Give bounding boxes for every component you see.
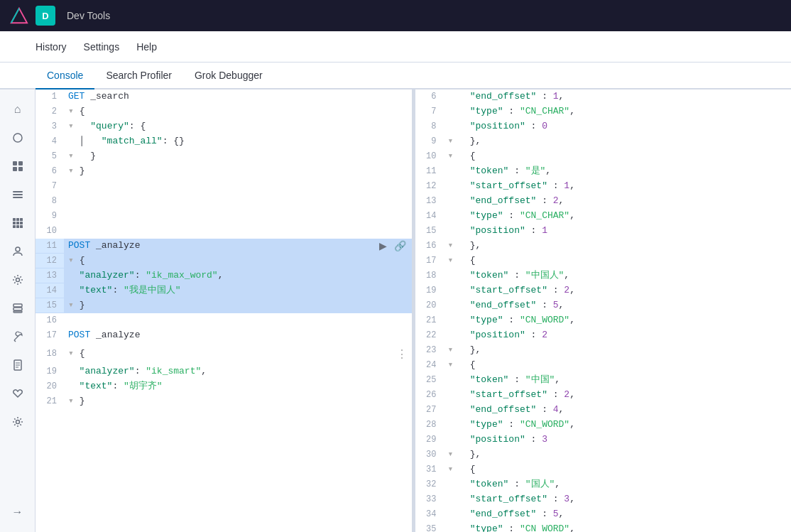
code-line-6: 6 ▾ } xyxy=(36,164,412,179)
gear-icon[interactable] xyxy=(6,268,29,291)
code-line-12: 12 ▾ { xyxy=(36,254,412,268)
nav-bar: History Settings Help xyxy=(0,31,791,63)
right-line-10: 10 ▾ { xyxy=(415,149,792,164)
code-line-19: 19 "analyzer": "ik_smart", xyxy=(36,364,412,379)
right-line-31: 31 ▾ { xyxy=(415,462,792,477)
svg-rect-8 xyxy=(13,218,16,221)
right-line-9: 9 ▾ }, xyxy=(415,134,792,149)
code-line-15: 15 ▾ } xyxy=(36,298,412,313)
circle-icon[interactable] xyxy=(6,126,29,149)
svg-rect-21 xyxy=(13,311,22,313)
grid-icon[interactable] xyxy=(6,212,29,234)
right-line-20: 20 "end_offset" : 5, xyxy=(415,298,792,313)
code-line-5: 5 ▾ } xyxy=(36,149,412,164)
right-line-12: 12 "start_offset" : 1, xyxy=(415,179,792,194)
code-line-16: 16 xyxy=(36,313,412,328)
main-content: ⌂ → xyxy=(0,89,791,532)
code-line-2: 2 ▾ { xyxy=(36,104,412,119)
code-line-7: 7 xyxy=(36,179,412,194)
nav-history[interactable]: History xyxy=(36,38,67,55)
svg-rect-20 xyxy=(13,308,22,310)
forward-icon[interactable]: → xyxy=(6,501,29,523)
person-icon[interactable] xyxy=(6,240,29,263)
svg-rect-5 xyxy=(13,191,23,192)
svg-rect-6 xyxy=(13,194,23,195)
tab-console[interactable]: Console xyxy=(36,63,94,89)
app-title: Dev Tools xyxy=(67,10,110,21)
home-icon[interactable]: ⌂ xyxy=(6,98,29,121)
copy-as-curl-button[interactable]: 🔗 xyxy=(393,239,408,253)
svg-point-17 xyxy=(16,247,20,251)
svg-rect-14 xyxy=(13,225,16,228)
right-line-6: 6 "end_offset" : 1, xyxy=(415,89,792,104)
kibana-logo xyxy=(9,6,28,26)
svg-rect-15 xyxy=(16,225,19,228)
heart-icon[interactable] xyxy=(6,382,29,405)
right-line-24: 24 ▾ { xyxy=(415,358,792,373)
svg-point-18 xyxy=(16,278,19,282)
left-code-panel[interactable]: 1 GET _search 2 ▾ { 3 ▾ "query": { 4 │ "… xyxy=(36,89,413,532)
right-line-23: 23 ▾ }, xyxy=(415,343,792,358)
code-line-20: 20 "text": "胡宇齐" xyxy=(36,379,412,394)
svg-rect-12 xyxy=(16,222,19,224)
right-line-34: 34 "end_offset" : 5, xyxy=(415,507,792,522)
document-icon[interactable] xyxy=(6,354,29,376)
tools-icon[interactable] xyxy=(6,325,29,348)
right-code-panel[interactable]: 6 "end_offset" : 1, 7 "type" : "CN_CHAR"… xyxy=(415,89,792,532)
svg-rect-2 xyxy=(18,161,23,165)
svg-line-22 xyxy=(14,340,16,342)
tab-grok-debugger[interactable]: Grok Debugger xyxy=(183,63,274,89)
right-line-13: 13 "end_offset" : 2, xyxy=(415,194,792,209)
right-line-27: 27 "end_offset" : 4, xyxy=(415,403,792,418)
code-line-11: 11 POST _analyze ▶ 🔗 xyxy=(36,239,412,254)
right-line-15: 15 "position" : 1 xyxy=(415,224,792,239)
sidebar: ⌂ → xyxy=(0,89,36,532)
code-line-10: 10 xyxy=(36,224,412,239)
right-line-33: 33 "start_offset" : 3, xyxy=(415,492,792,507)
right-line-22: 22 "position" : 2 xyxy=(415,328,792,343)
top-bar: D Dev Tools xyxy=(0,0,791,31)
right-line-11: 11 "token" : "是", xyxy=(415,164,792,179)
right-line-29: 29 "position" : 3 xyxy=(415,433,792,447)
right-line-7: 7 "type" : "CN_CHAR", xyxy=(415,104,792,119)
right-line-25: 25 "token" : "中国", xyxy=(415,373,792,388)
right-line-17: 17 ▾ { xyxy=(415,254,792,268)
tab-search-profiler[interactable]: Search Profiler xyxy=(94,63,183,89)
right-line-16: 16 ▾ }, xyxy=(415,239,792,254)
more-icon-18[interactable]: ⋮ xyxy=(396,347,412,365)
code-line-17: 17 POST _analyze ⋮ xyxy=(36,328,412,347)
svg-rect-7 xyxy=(13,197,23,198)
right-line-19: 19 "start_offset" : 2, xyxy=(415,283,792,298)
code-line-8: 8 xyxy=(36,194,412,209)
svg-rect-1 xyxy=(13,161,17,165)
settings-icon[interactable] xyxy=(6,411,29,433)
code-line-3: 3 ▾ "query": { xyxy=(36,119,412,134)
svg-rect-4 xyxy=(18,167,23,171)
list-icon[interactable] xyxy=(6,183,29,206)
dashboard-icon[interactable] xyxy=(6,155,29,178)
right-line-14: 14 "type" : "CN_CHAR", xyxy=(415,209,792,224)
code-line-13: 13 "analyzer": "ik_max_word", xyxy=(36,268,412,283)
svg-rect-13 xyxy=(20,222,23,224)
code-line-9: 9 xyxy=(36,209,412,224)
svg-rect-16 xyxy=(20,225,23,228)
right-line-28: 28 "type" : "CN_WORD", xyxy=(415,418,792,433)
nav-help[interactable]: Help xyxy=(136,38,157,55)
more-options-icon[interactable]: ⋮ xyxy=(396,328,408,347)
svg-rect-10 xyxy=(20,218,23,221)
code-line-18: 18 ▾ { ⋮ xyxy=(36,347,412,365)
right-line-26: 26 "start_offset" : 2, xyxy=(415,388,792,403)
svg-rect-9 xyxy=(16,218,19,221)
run-button[interactable]: ▶ xyxy=(378,239,388,253)
code-line-4: 4 │ "match_all": {} xyxy=(36,134,412,149)
svg-rect-3 xyxy=(13,167,17,171)
layers-icon[interactable] xyxy=(6,297,29,320)
svg-point-27 xyxy=(16,420,19,424)
code-panels: 1 GET _search 2 ▾ { 3 ▾ "query": { 4 │ "… xyxy=(36,89,791,532)
right-line-35: 35 "type" : "CN_WORD", xyxy=(415,522,792,532)
code-line-1: 1 GET _search xyxy=(36,89,412,104)
svg-rect-11 xyxy=(13,222,16,224)
nav-settings[interactable]: Settings xyxy=(84,38,120,55)
user-avatar[interactable]: D xyxy=(36,6,55,26)
tab-bar: Console Search Profiler Grok Debugger xyxy=(0,63,791,89)
